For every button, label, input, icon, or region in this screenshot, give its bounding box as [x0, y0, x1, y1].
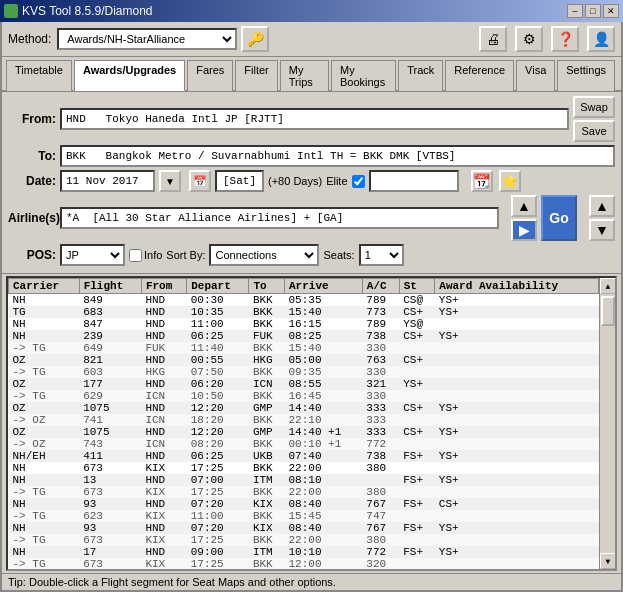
table-row[interactable]: -> TG673KIX17:25BKK12:00320	[9, 558, 599, 569]
table-row[interactable]: -> TG629ICN10:50BKK16:45330	[9, 390, 599, 402]
scroll-thumb[interactable]	[601, 296, 615, 326]
table-row[interactable]: OZ1075HND12:20GMP14:40 +1333CS+YS+	[9, 426, 599, 438]
elite-input[interactable]	[369, 170, 459, 192]
table-row[interactable]: NH13HND07:00ITM08:10FS+YS+	[9, 474, 599, 486]
col-carrier: Carrier	[9, 279, 80, 294]
table-row[interactable]: NH673KIX17:25BKK22:00380	[9, 462, 599, 474]
print-button[interactable]: 🖨	[479, 26, 507, 52]
tab-awards-upgrades[interactable]: Awards/Upgrades	[74, 60, 185, 91]
results-table: Carrier Flight From Depart To Arrive A/C…	[8, 278, 599, 569]
main-window: Method: Awards/NH-StarAlliance 🔑 🖨 ⚙ ❓ 👤…	[0, 22, 623, 592]
date-right-icons: 📆 ⭐	[467, 170, 521, 192]
go-arrow-icon: ▶	[519, 222, 530, 238]
table-row[interactable]: -> TG649FUK11:40BKK15:40330	[9, 342, 599, 354]
arrow-up-icon: ▲	[517, 198, 531, 214]
go-arrow-button[interactable]: ▶	[511, 219, 537, 241]
col-to: To	[249, 279, 285, 294]
table-row[interactable]: NH93HND07:20KIX08:40767FS+CS+	[9, 498, 599, 510]
to-row: To:	[8, 145, 615, 167]
table-row[interactable]: OZ1075HND12:20GMP14:40333CS+YS+	[9, 402, 599, 414]
close-button[interactable]: ✕	[603, 4, 619, 18]
status-tip: Tip: Double-click a Flight segment for S…	[8, 576, 336, 588]
title-bar: KVS Tool 8.5.9/Diamond – □ ✕	[0, 0, 623, 22]
scroll-track	[600, 294, 615, 553]
user-button[interactable]: 👤	[587, 26, 615, 52]
from-input[interactable]	[60, 108, 569, 130]
date-icon-btn1[interactable]: 📆	[471, 170, 493, 192]
tab-my-trips[interactable]: My Trips	[280, 60, 329, 91]
table-row[interactable]: -> OZ743ICN08:20BKK00:10 +1772	[9, 438, 599, 450]
elite-checkbox[interactable]	[352, 175, 365, 188]
swap-button[interactable]: Swap	[573, 96, 615, 118]
save-button[interactable]: Save	[573, 120, 615, 142]
status-bar: Tip: Double-click a Flight segment for S…	[2, 573, 621, 590]
arrow-down-button[interactable]: ▼	[589, 219, 615, 241]
go-right-section: ▲ ▼	[585, 195, 615, 241]
table-row[interactable]: OZ821HND00:55HKG05:00763CS+	[9, 354, 599, 366]
col-from: From	[141, 279, 186, 294]
results-table-container: Carrier Flight From Depart To Arrive A/C…	[6, 276, 617, 571]
table-row[interactable]: NH93HND07:20KIX08:40767FS+YS+	[9, 522, 599, 534]
table-row[interactable]: NH/EH411HND06:25UKB07:40738FS+YS+	[9, 450, 599, 462]
from-side-btns: Swap Save	[573, 96, 615, 142]
airline-controls: ▲ ▶ Go ▲ ▼	[60, 195, 615, 241]
tab-visa[interactable]: Visa	[516, 60, 555, 91]
key-icon: 🔑	[247, 31, 264, 47]
calendar-button[interactable]: 📅	[189, 170, 211, 192]
form-area: From: Swap Save To: Date: ▼ 📅 [Sat] (+80…	[2, 92, 621, 274]
tab-fares[interactable]: Fares	[187, 60, 233, 91]
seats-select[interactable]: 1	[359, 244, 404, 266]
table-scroll-area[interactable]: Carrier Flight From Depart To Arrive A/C…	[8, 278, 615, 569]
table-row[interactable]: -> TG623KIX11:00BKK15:45747	[9, 510, 599, 522]
arrow-up-button[interactable]: ▲	[511, 195, 537, 217]
scroll-down-button[interactable]: ▼	[600, 553, 616, 569]
go-button[interactable]: Go	[541, 195, 577, 241]
table-row[interactable]: OZ177HND06:20ICN08:55321YS+	[9, 378, 599, 390]
table-row[interactable]: -> OZ741ICN18:20BKK22:10333	[9, 414, 599, 426]
tab-my-bookings[interactable]: My Bookings	[331, 60, 396, 91]
sort-select[interactable]: Connections	[209, 244, 319, 266]
col-arrive: Arrive	[285, 279, 363, 294]
tab-track[interactable]: Track	[398, 60, 443, 91]
scrollbar[interactable]: ▲ ▼	[599, 278, 615, 569]
pos-label: POS:	[8, 248, 56, 262]
toolbar-right-icons: 🖨 ⚙ ❓ 👤	[475, 26, 615, 52]
col-st: St	[399, 279, 435, 294]
method-select[interactable]: Awards/NH-StarAlliance	[57, 28, 237, 50]
days-offset: (+80 Days)	[268, 175, 322, 187]
tab-filter[interactable]: Filter	[235, 60, 277, 91]
pos-select[interactable]: JP	[60, 244, 125, 266]
scroll-up-button[interactable]: ▲	[600, 278, 616, 294]
tab-settings[interactable]: Settings	[557, 60, 615, 91]
table-row[interactable]: -> TG673KIX17:25BKK22:00380	[9, 486, 599, 498]
help-button[interactable]: ❓	[551, 26, 579, 52]
table-row[interactable]: -> TG673KIX17:25BKK22:00380	[9, 534, 599, 546]
info-label: Info	[144, 249, 162, 261]
date-dropdown-button[interactable]: ▼	[159, 170, 181, 192]
table-row[interactable]: NH17HND09:00ITM10:10772FS+YS+	[9, 546, 599, 558]
settings-button[interactable]: ⚙	[515, 26, 543, 52]
title-bar-buttons: – □ ✕	[567, 4, 619, 18]
print-icon: 🖨	[486, 31, 500, 47]
tab-timetable[interactable]: Timetable	[6, 60, 72, 91]
table-row[interactable]: NH847HND11:00BKK16:15789YS@	[9, 318, 599, 330]
airline-input[interactable]	[60, 207, 499, 229]
table-row[interactable]: NH849HND00:30BKK05:35789CS@YS+	[9, 294, 599, 307]
calendar-icon: 📅	[193, 175, 207, 188]
seats-label: Seats:	[323, 249, 354, 261]
date-input[interactable]	[60, 170, 155, 192]
arrow-up2-button[interactable]: ▲	[589, 195, 615, 217]
info-checkbox[interactable]	[129, 249, 142, 262]
tab-reference[interactable]: Reference	[445, 60, 514, 91]
table-row[interactable]: TG683HND10:35BKK15:40773CS+YS+	[9, 306, 599, 318]
key-button[interactable]: 🔑	[241, 26, 269, 52]
date-controls: ▼ 📅 [Sat] (+80 Days) Elite 📆 ⭐	[60, 170, 521, 192]
to-input[interactable]	[60, 145, 615, 167]
table-row[interactable]: -> TG603HKG07:50BKK09:35330	[9, 366, 599, 378]
gear-icon: ⚙	[523, 31, 536, 47]
date-icon-btn2[interactable]: ⭐	[499, 170, 521, 192]
maximize-button[interactable]: □	[585, 4, 601, 18]
table-row[interactable]: NH239HND06:25FUK08:25738CS+YS+	[9, 330, 599, 342]
date-row: Date: ▼ 📅 [Sat] (+80 Days) Elite 📆	[8, 170, 615, 192]
minimize-button[interactable]: –	[567, 4, 583, 18]
